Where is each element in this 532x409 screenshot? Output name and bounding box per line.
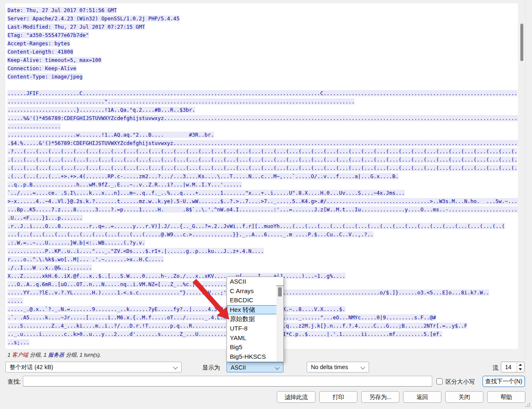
stream-number-value: 14 <box>505 364 512 370</box>
stream-line: .:.W.=..~...U.......}W.b|<:..WB......(.?… <box>7 239 518 247</box>
stream-line: r....o..^.\.%k$.wo[..M|... .'.~.......>x… <box>7 255 518 264</box>
scrollbar-thumb[interactable] <box>520 24 523 61</box>
stream-line: Server: Apache/2.4.23 (Win32) OpenSSL/1.… <box>7 15 518 23</box>
stream-line: ...Bp..K5.....7.z....8......3....?.=p...… <box>7 206 518 214</box>
stream-line: ......................w.......!1..AQ.aq.… <box>7 131 518 139</box>
case-sensitive-checkbox[interactable] <box>436 378 443 385</box>
dropdown-scrollbar[interactable] <box>276 286 283 362</box>
stream-line: .(...(...(...(...(...(...(...(...(...(..… <box>7 156 518 164</box>
dropdown-item-hex-dump[interactable]: Hex 转储 <box>227 305 283 315</box>
stream-line: Accept-Ranges: bytes <box>7 39 518 48</box>
spinner-buttons <box>517 362 524 372</box>
stream-scrollbar[interactable] <box>519 3 525 349</box>
stream-line: `../....=....ce. .S.I\....k...x...n]...m… <box>7 189 518 197</box>
stream-line: Content-Length: 41808 <box>7 48 518 56</box>
show-as-select[interactable]: ASCII <box>227 362 283 372</box>
chevron-down-icon <box>275 365 279 370</box>
stream-line: >-x......4..~4..Vl.}@.2s.k.?.......t....… <box>7 197 518 206</box>
http-headers-block: Date: Thu, 27 Jul 2017 07:51:56 GMTServe… <box>7 6 518 81</box>
conversation-select[interactable]: 整个对话 (42 kB) <box>5 362 182 372</box>
stream-line: Keep-Alive: timeout=5, max=100 <box>7 56 518 64</box>
help-button[interactable]: 帮助 <box>487 391 525 403</box>
arrow-down-icon <box>519 368 522 370</box>
close-button[interactable]: 关闭 <box>445 391 483 403</box>
conversation-select-value: 整个对话 (42 kB) <box>10 364 53 370</box>
find-input[interactable] <box>23 376 432 387</box>
print-button[interactable]: 打印 <box>319 391 357 403</box>
stream-line: ......JFIF.............C................… <box>7 89 518 98</box>
stream-stats: 1 客户端 分组, 1 服务器 分组, 1 turn(s). <box>7 351 101 359</box>
dropdown-item-yaml[interactable]: YAML <box>227 333 283 343</box>
chevron-down-icon <box>173 365 177 369</box>
stream-line: .(...(...(...(...(...(...(...(...(...(..… <box>7 164 518 172</box>
find-label: 查找: <box>7 378 21 386</box>
stats-text: 分组, 1 <box>28 352 48 358</box>
stream-line: ................. <box>7 122 518 131</box>
stream-line: ......................}........!1A..Qa."… <box>7 106 518 114</box>
dropdown-item-big5-hkscs[interactable]: Big5-HKSCS <box>227 352 283 362</box>
stream-line: ETag: "a350-555477e67b7de" <box>7 31 518 39</box>
spinner-up-button[interactable] <box>517 362 524 367</box>
stream-line: Date: Thu, 27 Jul 2017 07:51:56 GMT <box>7 6 518 15</box>
chevron-down-icon <box>360 365 365 369</box>
stream-line: .....%&'()*456789:CDEFGHIJSTUVWXYZcdefgh… <box>7 114 518 122</box>
stream-line: .(...(...(...(...+>.+>.4(.......RP.c-...… <box>7 172 518 181</box>
filter-out-stream-button[interactable]: 滤掉此流 <box>277 391 315 403</box>
spinner-down-button[interactable] <box>517 367 524 372</box>
stream-line: .r..J..i....O...8.........r..q=..=......… <box>7 222 518 230</box>
stream-line: .?...(...(...(...(...(...(...(...(...(..… <box>7 147 518 156</box>
case-sensitive-label: 区分大小写 <box>446 378 475 386</box>
dropdown-item-ebcdic[interactable]: EBCDIC <box>227 296 283 305</box>
stream-line: Last-Modified: Thu, 27 Jul 2017 07:27:15… <box>7 23 518 31</box>
arrow-up-icon <box>519 364 522 366</box>
stream-line: ............P..KP..u..i...."..._."ZV.<Ds… <box>7 247 518 255</box>
dropdown-item-big5[interactable]: Big5 <box>227 343 283 352</box>
stats-client: 客户端 <box>12 352 28 358</box>
stream-line: Connection: Keep-Alive <box>7 64 518 73</box>
stream-number-spinner[interactable]: 14 <box>501 362 525 372</box>
save-as-button[interactable]: 另存为... <box>361 391 399 403</box>
dropdown-item-c-arrays[interactable]: C Arrays <box>227 287 283 296</box>
show-as-dropdown-popup: ASCII C Arrays EBCDIC Hex 转储 原始数据 UTF-8 … <box>227 277 284 362</box>
stream-line: Content-Type: image/jpeg <box>7 73 518 81</box>
resize-grip[interactable] <box>525 402 530 407</box>
find-next-button[interactable]: 查找下一个(N) <box>483 376 525 387</box>
dropdown-scrollbar-thumb[interactable] <box>278 287 282 296</box>
stream-line: ...(...(...(...(...(...(...(...(...(...(… <box>7 230 518 239</box>
stream-line: ..............................."........… <box>7 98 518 106</box>
stream-line: .$4.%.....&'()*56789:CDEFGHIJSTUVWXYZcde… <box>7 139 518 147</box>
stats-server: 服务器 <box>48 352 64 358</box>
dropdown-item-utf8[interactable]: UTF-8 <box>227 324 283 333</box>
delta-times-value: No delta times <box>311 364 348 370</box>
stream-line: ./..I...W ..x..@&..;....... <box>7 264 518 272</box>
back-button[interactable]: 返回 <box>403 391 441 403</box>
stats-text: 1 <box>7 352 12 358</box>
show-as-label: 显示为 <box>202 364 220 372</box>
stream-label: 流 <box>493 364 498 372</box>
dropdown-item-ascii[interactable]: ASCII <box>227 277 283 287</box>
dropdown-item-raw-data[interactable]: 原始数据 <box>227 314 283 324</box>
stats-text: 分组, 1 turn(s). <box>64 352 101 358</box>
show-as-select-value: ASCII <box>231 364 246 371</box>
stream-line: ..q..p.B..............h...wM.9fZ._.E...~… <box>7 181 518 189</box>
delta-times-select[interactable]: No delta times <box>307 362 369 372</box>
window-edge <box>525 0 526 409</box>
stream-line: .U...<F....}1...p....... <box>7 214 518 222</box>
